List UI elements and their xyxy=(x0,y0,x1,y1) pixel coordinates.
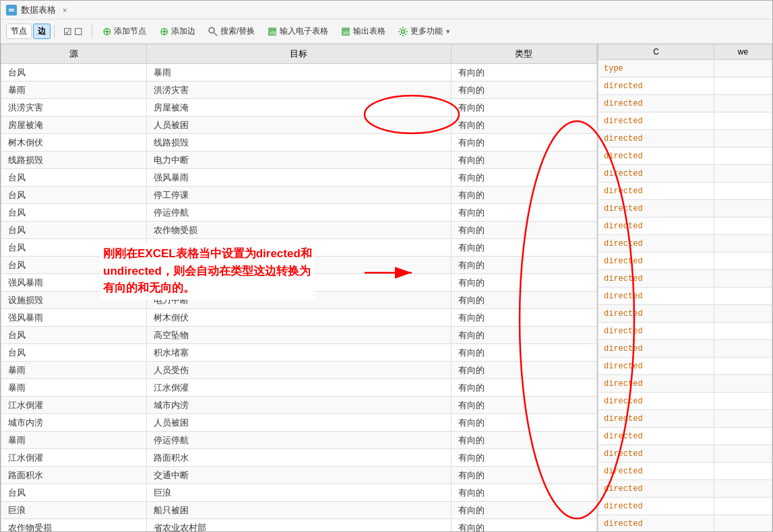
list-item: directed xyxy=(598,77,772,95)
type-cell: 有向的 xyxy=(451,327,597,344)
target-cell: 房屋损毁 xyxy=(147,239,451,257)
list-item: directed xyxy=(598,428,772,445)
list-item: directed xyxy=(598,270,772,288)
target-cell: 洪涝灾害 xyxy=(147,81,451,99)
list-item: directed xyxy=(598,323,772,340)
list-item: directed xyxy=(598,463,772,480)
right-type-value: directed xyxy=(598,463,714,480)
add-edge-icon: ⊕ xyxy=(158,26,169,37)
target-cell: 强风暴雨 xyxy=(147,169,451,187)
table-row: 树木倒伏线路损毁有向的 xyxy=(1,134,597,152)
checkbox-icon: ☑ xyxy=(63,26,72,37)
table-row: 设施损毁电力中断有向的 xyxy=(1,292,597,309)
source-cell: 江水倒灌 xyxy=(1,397,147,414)
dropdown-arrow-icon: ▼ xyxy=(445,28,451,35)
left-table-area[interactable]: 源 目标 类型 台风暴雨有向的暴雨洪涝灾害有向的洪涝灾害房屋被淹有向的房屋被淹人… xyxy=(1,44,597,531)
svg-rect-2 xyxy=(9,10,14,11)
right-type-value: directed xyxy=(598,200,714,218)
right-weight-value xyxy=(714,130,772,147)
right-weight-value xyxy=(714,393,772,410)
col-header-target: 目标 xyxy=(147,44,451,64)
source-cell: 台风 xyxy=(1,187,147,204)
table-row: 台风巨浪有向的 xyxy=(1,484,597,502)
table-row: 强风暴雨道路损毁有向的 xyxy=(1,274,597,292)
table-row: 农作物受损省农业农村部有向的 xyxy=(1,519,597,532)
target-cell: 农作物受损 xyxy=(147,222,451,239)
type-cell: 有向的 xyxy=(451,397,597,414)
right-type-value: directed xyxy=(598,112,714,130)
add-node-button[interactable]: ⊕ 添加节点 xyxy=(96,23,152,40)
list-item: directed xyxy=(598,112,772,130)
type-cell: 有向的 xyxy=(451,187,597,204)
export-button[interactable]: xls 输出表格 xyxy=(335,23,391,40)
target-cell: 电力中断 xyxy=(147,292,451,309)
right-weight-value xyxy=(714,182,772,200)
list-item: directed xyxy=(598,235,772,253)
right-weight-value xyxy=(714,515,772,532)
right-type-value: directed xyxy=(598,428,714,445)
type-cell: 有向的 xyxy=(451,64,597,81)
tab-edge[interactable]: 边 xyxy=(33,24,51,39)
target-cell: 高空坠物 xyxy=(147,327,451,344)
list-item: directed xyxy=(598,393,772,410)
tab-node[interactable]: 节点 xyxy=(6,24,32,39)
right-type-value: directed xyxy=(598,445,714,463)
source-cell: 洪涝灾害 xyxy=(1,99,147,117)
target-cell: 房屋被淹 xyxy=(147,99,451,117)
target-cell: 设施损毁 xyxy=(147,257,451,274)
source-cell: 台风 xyxy=(1,327,147,344)
add-edge-button[interactable]: ⊕ 添加边 xyxy=(153,23,201,40)
add-node-icon: ⊕ xyxy=(101,26,112,37)
target-cell: 路面积水 xyxy=(147,449,451,467)
source-cell: 暴雨 xyxy=(1,432,147,449)
import-button[interactable]: xls 输入电子表格 xyxy=(261,23,334,40)
right-type-value: directed xyxy=(598,253,714,270)
source-cell: 设施损毁 xyxy=(1,292,147,309)
type-cell: 有向的 xyxy=(451,432,597,449)
target-cell: 巨浪 xyxy=(147,484,451,502)
checkbox-pair[interactable]: ☑ ☐ xyxy=(58,24,88,40)
type-cell: 有向的 xyxy=(451,152,597,169)
target-cell: 暴雨 xyxy=(147,64,451,81)
table-row: 线路损毁电力中断有向的 xyxy=(1,152,597,169)
right-weight-value xyxy=(714,428,772,445)
target-cell: 停运停航 xyxy=(147,204,451,222)
source-cell: 巨浪 xyxy=(1,502,147,519)
target-cell: 道路损毁 xyxy=(147,274,451,292)
right-panel[interactable]: C we type directeddirecteddirectedd xyxy=(597,44,772,531)
list-item: directed xyxy=(598,375,772,393)
source-cell: 农作物受损 xyxy=(1,519,147,532)
list-item: directed xyxy=(598,95,772,112)
close-button[interactable]: × xyxy=(63,6,67,14)
right-weight-value xyxy=(714,305,772,323)
right-weight-value xyxy=(714,498,772,515)
right-type-value: directed xyxy=(598,498,714,515)
right-weight-value xyxy=(714,340,772,358)
source-cell: 台风 xyxy=(1,169,147,187)
source-cell: 暴雨 xyxy=(1,81,147,99)
target-cell: 停工停课 xyxy=(147,187,451,204)
edge-table: 源 目标 类型 台风暴雨有向的暴雨洪涝灾害有向的洪涝灾害房屋被淹有向的房屋被淹人… xyxy=(1,44,597,531)
type-cell: 有向的 xyxy=(451,117,597,134)
type-cell: 有向的 xyxy=(451,309,597,327)
type-cell: 有向的 xyxy=(451,414,597,432)
type-cell: 有向的 xyxy=(451,502,597,519)
right-type-value: directed xyxy=(598,95,714,112)
table-row: 房屋被淹人员被困有向的 xyxy=(1,117,597,134)
type-cell: 有向的 xyxy=(451,344,597,362)
source-cell: 房屋被淹 xyxy=(1,117,147,134)
more-button[interactable]: 更多功能 ▼ xyxy=(392,23,456,40)
source-cell: 强风暴雨 xyxy=(1,309,147,327)
right-type-value: directed xyxy=(598,375,714,393)
list-item: directed xyxy=(598,200,772,218)
right-weight-value xyxy=(714,112,772,130)
source-cell: 台风 xyxy=(1,257,147,274)
right-weight-value xyxy=(714,95,772,112)
list-item: directed xyxy=(598,480,772,498)
list-item: directed xyxy=(598,305,772,323)
list-item: directed xyxy=(598,515,772,532)
type-cell: 有向的 xyxy=(451,81,597,99)
svg-rect-0 xyxy=(7,6,16,14)
search-replace-button[interactable]: 搜索/替换 xyxy=(202,23,260,40)
right-weight-value xyxy=(714,270,772,288)
